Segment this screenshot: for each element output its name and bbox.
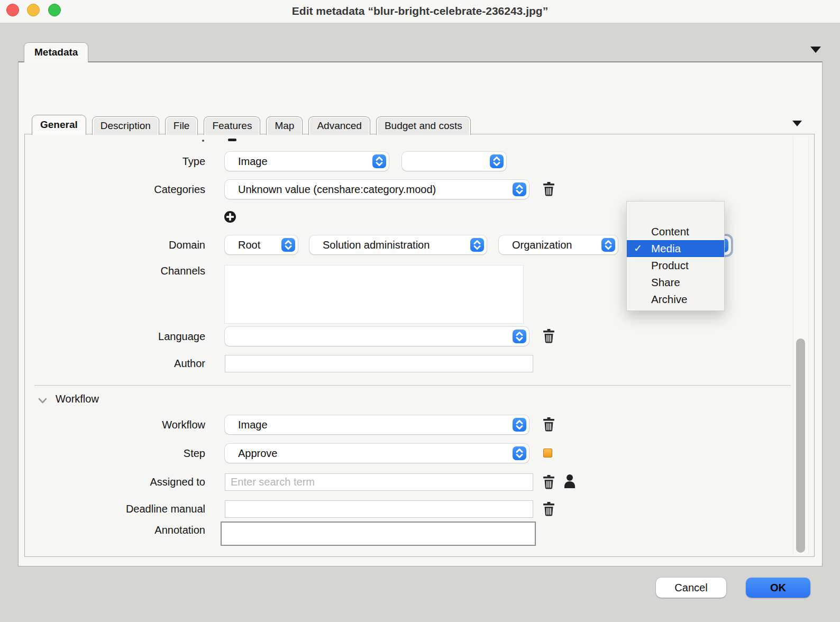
up-down-chevrons-icon	[281, 238, 295, 252]
type-label: Type	[89, 152, 205, 171]
trash-icon	[543, 502, 555, 516]
tabs-overflow-menu-icon[interactable]	[792, 121, 802, 126]
up-down-chevrons-icon	[601, 238, 615, 252]
domain-label: Domain	[89, 235, 205, 254]
clipped-row-fragment	[202, 140, 204, 142]
panel-overflow-menu-icon[interactable]	[810, 47, 821, 53]
menu-item-content[interactable]: ✓ Content	[627, 223, 724, 240]
step-select[interactable]: Approve	[225, 444, 529, 463]
tab-map[interactable]: Map	[266, 116, 303, 135]
menu-item-product[interactable]: ✓ Product	[627, 257, 724, 274]
select-user-button[interactable]	[562, 473, 578, 490]
up-down-chevrons-icon	[372, 154, 386, 168]
remove-language-button[interactable]	[543, 329, 555, 345]
channels-label: Channels	[89, 261, 205, 280]
domain-select-1[interactable]: Root	[225, 235, 298, 254]
menu-item-label: Product	[651, 259, 689, 271]
menu-item-share[interactable]: ✓ Share	[627, 274, 724, 291]
domain-select-3[interactable]: Organization	[499, 235, 618, 254]
chevron-down-icon[interactable]	[38, 396, 47, 406]
add-category-button[interactable]	[224, 211, 236, 225]
up-down-chevrons-icon	[513, 330, 526, 343]
tab-file[interactable]: File	[165, 116, 198, 135]
categories-select-value: Unknown value (censhare:category.mood)	[238, 184, 436, 195]
domain-select-2[interactable]: Solution administration	[309, 235, 487, 254]
type-select[interactable]: Image	[225, 152, 389, 171]
remove-deadline-button[interactable]	[543, 502, 555, 518]
checkmark-icon: ✓	[634, 240, 642, 257]
domain-select-3-value: Organization	[512, 239, 572, 251]
up-down-chevrons-icon	[513, 418, 526, 432]
type-select-value: Image	[238, 156, 268, 167]
categories-label: Categories	[89, 180, 205, 199]
tab-budget-and-costs[interactable]: Budget and costs	[376, 116, 471, 135]
domain-select-2-value: Solution administration	[323, 239, 430, 251]
author-label: Author	[89, 354, 205, 373]
up-down-chevrons-icon	[513, 182, 526, 196]
step-select-value: Approve	[238, 447, 278, 459]
categories-select[interactable]: Unknown value (censhare:category.mood)	[225, 180, 529, 199]
cancel-button[interactable]: Cancel	[656, 578, 726, 598]
domain-dropdown-menu: ✓ Content ✓ Media ✓ Product ✓ Share ✓ Ar…	[626, 201, 725, 311]
deadline-manual-input[interactable]	[225, 500, 533, 518]
title-bar: Edit metadata “blur-bright-celebrate-236…	[0, 0, 840, 23]
workflow-select[interactable]: Image	[225, 415, 529, 434]
tab-features[interactable]: Features	[204, 116, 260, 135]
channels-list[interactable]	[224, 265, 524, 324]
menu-item-media[interactable]: ✓ Media	[627, 240, 724, 257]
remove-workflow-button[interactable]	[543, 417, 555, 433]
annotation-label: Annotation	[89, 520, 205, 539]
window-title: Edit metadata “blur-bright-celebrate-236…	[0, 5, 840, 17]
menu-item-label: Content	[651, 225, 689, 237]
domain-select-1-value: Root	[238, 239, 260, 251]
tab-advanced[interactable]: Advanced	[308, 116, 370, 135]
type-subselect[interactable]	[402, 152, 506, 171]
menu-item-label: Share	[651, 276, 680, 288]
vertical-scrollbar-thumb[interactable]	[796, 339, 805, 553]
clipped-row-fragment	[228, 139, 236, 141]
language-label: Language	[89, 327, 205, 346]
author-input[interactable]	[225, 355, 533, 372]
edit-metadata-dialog: { "window": { "title": "Edit metadata “b…	[0, 0, 840, 622]
language-select[interactable]	[225, 327, 529, 346]
deadline-manual-label: Deadline manual	[89, 499, 205, 518]
workflow-section-title[interactable]: Workflow	[56, 392, 99, 406]
trash-icon	[543, 417, 555, 432]
ok-button[interactable]: OK	[746, 578, 810, 598]
remove-assignee-button[interactable]	[543, 475, 555, 491]
step-status-badge	[543, 449, 552, 458]
plus-circle-icon	[224, 211, 236, 223]
menu-item-label: Archive	[651, 293, 687, 305]
step-label: Step	[89, 444, 205, 463]
up-down-chevrons-icon	[513, 446, 526, 460]
workflow-label: Workflow	[89, 415, 205, 434]
section-divider	[34, 385, 791, 386]
remove-category-button[interactable]	[543, 182, 555, 198]
tab-metadata[interactable]: Metadata	[24, 42, 88, 62]
trash-icon	[543, 182, 555, 196]
metadata-tab-bar: General Description File Features Map Ad…	[32, 115, 471, 135]
up-down-chevrons-icon	[490, 154, 504, 168]
up-down-chevrons-icon	[470, 238, 484, 252]
trash-icon	[543, 475, 555, 489]
tab-general[interactable]: General	[32, 115, 86, 135]
tab-description[interactable]: Description	[92, 116, 159, 135]
annotation-textarea[interactable]	[221, 522, 536, 546]
assigned-to-input[interactable]	[225, 473, 533, 491]
menu-item-archive[interactable]: ✓ Archive	[627, 291, 724, 308]
assigned-to-label: Assigned to	[89, 472, 205, 491]
person-icon	[562, 473, 578, 489]
trash-icon	[543, 329, 555, 343]
workflow-select-value: Image	[238, 419, 268, 431]
menu-item-label: Media	[651, 242, 681, 254]
